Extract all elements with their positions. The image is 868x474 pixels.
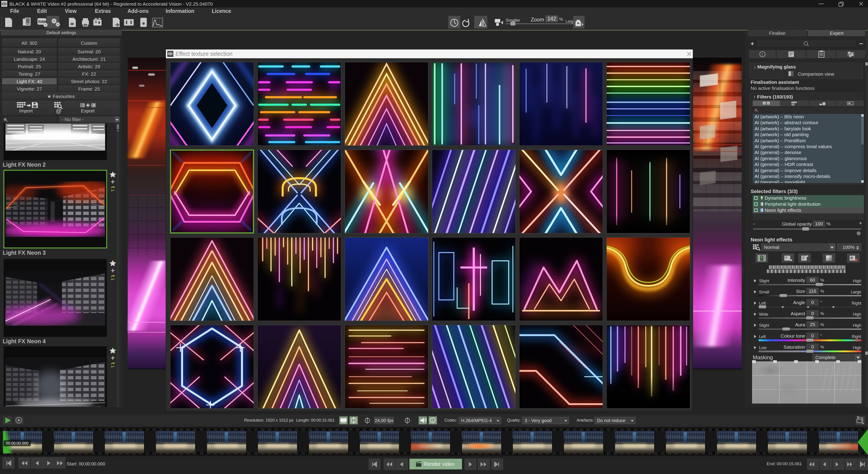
svg-text:i: i xyxy=(762,52,763,57)
svg-text:i: i xyxy=(432,418,433,423)
